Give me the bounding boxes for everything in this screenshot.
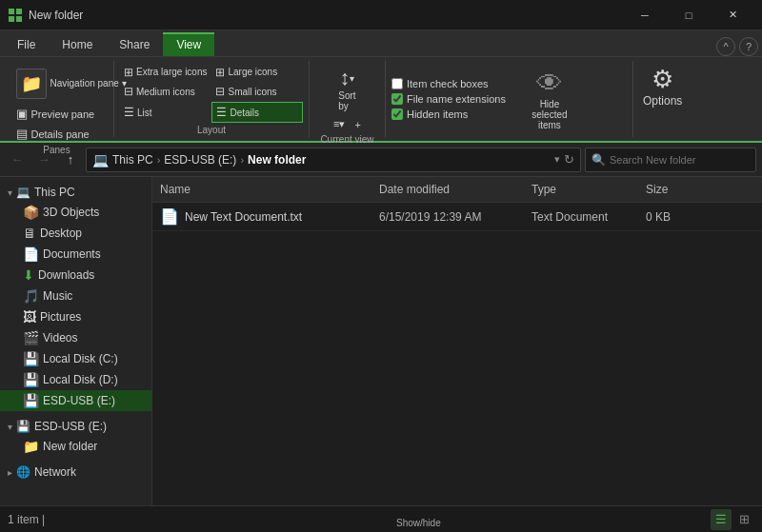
- tab-home[interactable]: Home: [49, 33, 106, 56]
- sidebar-documents[interactable]: 📄 Documents: [0, 244, 151, 265]
- tiles-view-button[interactable]: ⊞: [733, 509, 754, 530]
- file-name-extensions-label: File name extensions: [407, 93, 506, 105]
- item-checkboxes-checkbox[interactable]: [391, 78, 403, 89]
- search-input[interactable]: [610, 154, 750, 166]
- tab-share[interactable]: Share: [106, 33, 163, 56]
- network-label: Network: [34, 465, 76, 479]
- sort-dropdown-icon: ▾: [350, 73, 354, 84]
- column-type[interactable]: Type: [524, 181, 638, 198]
- large-icons-button[interactable]: ⊞ Large icons: [211, 63, 302, 82]
- status-count: 1 item |: [8, 513, 703, 526]
- local-c-icon: 💾: [23, 351, 39, 366]
- window-controls: ─ □ ✕: [623, 0, 754, 30]
- extra-large-label: Extra large icons: [136, 67, 207, 77]
- item-checkboxes-toggle[interactable]: Item check boxes: [391, 77, 506, 90]
- videos-icon: 🎬: [23, 330, 39, 345]
- path-icon: 💻: [92, 152, 109, 167]
- sidebar-desktop[interactable]: 🖥 Desktop: [0, 223, 151, 244]
- list-label: List: [137, 108, 152, 118]
- file-area: Name Date modified Type Size 📄 New Text …: [152, 177, 762, 505]
- column-date[interactable]: Date modified: [371, 181, 524, 198]
- large-icon: ⊞: [215, 66, 225, 79]
- tab-view[interactable]: View: [163, 32, 214, 56]
- details-view-button[interactable]: ☰: [711, 509, 732, 530]
- sidebar-videos[interactable]: 🎬 Videos: [0, 327, 151, 348]
- sidebar-network-section[interactable]: ▸ 🌐 Network: [0, 461, 151, 482]
- navigation-pane-button[interactable]: 📁 Navigation pane ▾: [12, 67, 102, 101]
- new-folder-label: New folder: [43, 440, 97, 453]
- panes-group-content: 📁 Navigation pane ▾ ▣ Preview pane ▤ Det…: [12, 63, 102, 143]
- collapse-ribbon-button[interactable]: ^: [716, 37, 735, 56]
- table-row[interactable]: 📄 New Text Document.txt 6/15/2019 12:39 …: [152, 203, 762, 231]
- medium-icons-button[interactable]: ⊟ Medium icons: [120, 83, 211, 102]
- maximize-button[interactable]: □: [667, 0, 711, 30]
- path-new-folder[interactable]: New folder: [248, 153, 306, 167]
- status-bar: 1 item | ☰ ⊞: [0, 505, 762, 532]
- path-this-pc[interactable]: This PC: [112, 153, 153, 167]
- sidebar-local-d[interactable]: 💾 Local Disk (D:): [0, 369, 151, 390]
- sidebar-downloads[interactable]: ⬇ Downloads: [0, 265, 151, 286]
- new-folder-icon: 📁: [23, 439, 39, 454]
- sidebar-this-pc-header[interactable]: ▾ 💻 This PC: [0, 181, 151, 202]
- options-button[interactable]: ⚙ Options: [633, 61, 692, 137]
- path-dropdown-icon[interactable]: ▾: [554, 153, 560, 166]
- file-icon: 📄: [160, 207, 179, 226]
- path-sep-1: ›: [157, 154, 161, 166]
- column-name[interactable]: Name: [152, 181, 371, 198]
- extra-large-icons-button[interactable]: ⊞ Extra large icons: [120, 63, 211, 82]
- status-count-text: 1 item: [8, 513, 39, 526]
- preview-pane-button[interactable]: ▣ Preview pane: [12, 105, 99, 123]
- window-icon: [8, 8, 23, 23]
- documents-label: Documents: [43, 247, 101, 261]
- window-title: New folder: [29, 9, 623, 22]
- local-d-icon: 💾: [23, 372, 39, 387]
- svg-rect-3: [16, 16, 22, 22]
- list-button[interactable]: ☰ List: [120, 102, 211, 123]
- sidebar-esd-usb-section[interactable]: ▾ 💾 ESD-USB (E:): [0, 415, 151, 436]
- group-by-button[interactable]: ≡▾: [330, 116, 349, 132]
- svg-rect-2: [9, 16, 14, 22]
- ribbon-group-layout: ⊞ Extra large icons ⊞ Large icons ⊟ Medi…: [114, 61, 310, 137]
- hide-selected-items-button[interactable]: 👁 Hide selecteditems: [513, 63, 586, 135]
- minimize-button[interactable]: ─: [623, 0, 667, 30]
- path-esd-usb[interactable]: ESD-USB (E:): [164, 153, 236, 167]
- sidebar-music[interactable]: 🎵 Music: [0, 286, 151, 306]
- details-pane-button[interactable]: ▤ Details pane: [12, 125, 93, 143]
- esd-usb-drive-icon: 💾: [16, 420, 30, 433]
- help-button[interactable]: ?: [739, 37, 758, 56]
- sidebar-pictures[interactable]: 🖼 Pictures: [0, 306, 151, 327]
- file-name-extensions-toggle[interactable]: File name extensions: [391, 92, 506, 106]
- sidebar-3d-objects[interactable]: 📦 3D Objects: [0, 202, 151, 223]
- local-d-label: Local Disk (D:): [43, 373, 118, 386]
- hidden-items-toggle[interactable]: Hidden items: [391, 108, 506, 121]
- back-button[interactable]: ←: [6, 148, 29, 171]
- music-icon: 🎵: [23, 288, 39, 304]
- forward-button[interactable]: →: [32, 148, 55, 171]
- main-area: ▾ 💻 This PC 📦 3D Objects 🖥 Desktop 📄 Doc…: [0, 177, 762, 505]
- sidebar-local-c[interactable]: 💾 Local Disk (C:): [0, 348, 151, 369]
- up-button[interactable]: ↑: [59, 148, 82, 171]
- sidebar-new-folder[interactable]: 📁 New folder: [0, 436, 151, 457]
- sort-label: Sortby: [338, 90, 355, 111]
- network-icon: 🌐: [16, 465, 30, 479]
- details-icon: ☰: [216, 106, 227, 119]
- layout-grid: ⊞ Extra large icons ⊞ Large icons ⊟ Medi…: [120, 63, 303, 123]
- sort-by-button[interactable]: ↕ ▾ Sortby: [331, 63, 363, 114]
- search-box[interactable]: 🔍: [585, 148, 756, 172]
- details-button[interactable]: ☰ Details: [211, 102, 302, 123]
- current-view-label: Current view: [320, 134, 373, 145]
- 3d-objects-label: 3D Objects: [43, 206, 99, 219]
- close-button[interactable]: ✕: [711, 0, 754, 30]
- file-type-cell: Text Document: [524, 208, 638, 226]
- desktop-label: Desktop: [40, 227, 82, 240]
- tab-file[interactable]: File: [4, 33, 49, 56]
- small-icons-button[interactable]: ⊟ Small icons: [211, 83, 302, 102]
- hidden-items-checkbox[interactable]: [391, 108, 403, 120]
- column-size[interactable]: Size: [638, 181, 714, 198]
- file-name-extensions-checkbox[interactable]: [391, 93, 403, 105]
- address-path[interactable]: 💻 This PC › ESD-USB (E:) › New folder ▾ …: [86, 148, 581, 172]
- sidebar-esd-usb-e[interactable]: 💾 ESD-USB (E:): [0, 390, 151, 411]
- path-refresh-icon[interactable]: ↻: [564, 152, 574, 167]
- add-columns-button[interactable]: +: [351, 116, 364, 132]
- details-label: Details: [230, 108, 259, 118]
